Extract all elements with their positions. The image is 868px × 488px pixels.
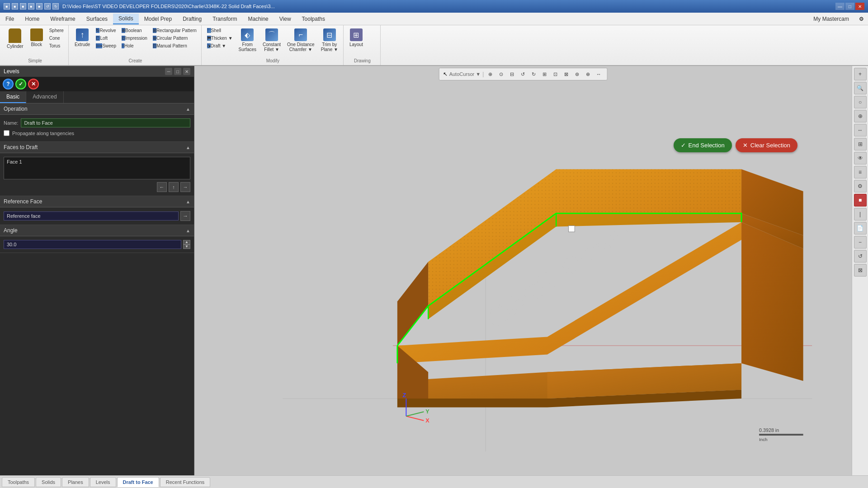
tab-toolpaths[interactable]: Toolpaths [2, 477, 35, 487]
name-input[interactable] [21, 118, 190, 127]
faces-icon-btn-3[interactable]: → [180, 182, 190, 192]
propagate-checkbox[interactable] [4, 130, 9, 136]
faces-section-header[interactable]: Faces to Draft ▲ [0, 142, 194, 153]
rectangular-pattern-button[interactable]: ⊞ Rectangular Pattern [151, 27, 198, 34]
angle-section-content: ▲ ▼ [0, 236, 194, 253]
sphere-button[interactable]: Sphere [47, 27, 66, 34]
block-button[interactable]: Block [28, 27, 46, 48]
rt-zoom-btn[interactable]: ○ [854, 96, 867, 108]
operation-section-header[interactable]: Operation ▲ [0, 103, 194, 115]
cancel-button[interactable]: ✕ [28, 79, 39, 89]
maximize-button[interactable]: □ [845, 3, 854, 10]
rt-plus-btn[interactable]: + [854, 68, 867, 80]
angle-up-button[interactable]: ▲ [183, 240, 190, 244]
rt-minus-btn[interactable]: − [854, 236, 867, 249]
rt-grid-btn[interactable]: ⊞ [854, 138, 867, 150]
rt-vert-line-btn[interactable]: | [854, 208, 867, 221]
shell-button[interactable]: ⬚ Shell [205, 27, 235, 34]
svg-rect-10 [759, 434, 803, 436]
menu-toolpaths[interactable]: Toolpaths [297, 14, 330, 24]
reference-face-section-header[interactable]: Reference Face ▲ [0, 196, 194, 207]
tab-recent-functions[interactable]: Recent Functions [160, 477, 211, 487]
scale-bar-group: 0.3928 in Inch [759, 427, 803, 442]
tab-basic[interactable]: Basic [0, 91, 26, 103]
right-face [741, 222, 803, 390]
menu-solids[interactable]: Solids [113, 14, 139, 24]
layout-button[interactable]: ⊞ Layout [347, 27, 365, 48]
menu-machine[interactable]: Machine [242, 14, 274, 24]
tab-draft-to-face[interactable]: Draft to Face [117, 477, 159, 487]
help-button[interactable]: ? [3, 79, 14, 89]
loft-button[interactable]: ⬡ Loft [94, 35, 118, 42]
rt-search-btn[interactable]: 🔍 [854, 82, 867, 94]
menu-home[interactable]: Home [19, 14, 45, 24]
from-surfaces-button[interactable]: ⬖ FromSurfaces [236, 27, 259, 53]
faces-icon-row: ← ↑ → [4, 182, 190, 192]
tab-levels[interactable]: Levels [90, 477, 116, 487]
angle-section-header[interactable]: Angle ▲ [0, 225, 194, 236]
panel-pin-button[interactable]: ─ [165, 68, 172, 75]
rt-layer-btn[interactable]: ≡ [854, 166, 867, 178]
tab-solids[interactable]: Solids [36, 477, 61, 487]
draft-button[interactable]: ⬗ Draft ▼ [205, 42, 235, 49]
faces-icon-btn-2[interactable]: ↑ [169, 182, 179, 192]
viewport[interactable]: mastercam ↖ AutoCursor ▼ | ⊕ ⊙ ⊟ ↺ ↻ ⊞ ⊡… [194, 66, 852, 475]
angle-input[interactable] [4, 240, 181, 249]
menu-drafting[interactable]: Drafting [177, 14, 207, 24]
menu-file[interactable]: File [0, 14, 19, 24]
cylinder-button[interactable]: Cylinder [5, 27, 26, 50]
extrude-button[interactable]: ↑ Extrude [72, 27, 92, 48]
menu-my-mastercam[interactable]: My Mastercam [808, 14, 854, 24]
one-distance-chamfer-button[interactable]: ⌐ One DistanceChamfer ▼ [285, 27, 317, 53]
trim-by-plane-button[interactable]: ⊟ Trim byPlane ▼ [319, 27, 340, 53]
sweep-button[interactable]: ⟿ Sweep [94, 42, 118, 49]
titlebar: ■ ■ ■ ■ ■ ↺ ↻ D:\Video Files\ST VIDEO DE… [0, 0, 868, 13]
revolve-button[interactable]: ↻ Revolve [94, 27, 118, 34]
panel-close-button[interactable]: ✕ [183, 68, 190, 75]
circular-pattern-button[interactable]: ⊛ Circular Pattern [151, 35, 198, 42]
settings-icon[interactable]: ⚙ [854, 16, 868, 22]
title-icon-6: ↺ [44, 3, 51, 9]
menu-surfaces[interactable]: Surfaces [81, 14, 113, 24]
angle-label: Angle [4, 227, 18, 234]
rt-tool-btn[interactable]: ⚙ [854, 180, 867, 192]
faces-label: Faces to Draft [4, 144, 38, 150]
tab-planes[interactable]: Planes [62, 477, 89, 487]
cone-button[interactable]: Cone [47, 35, 66, 42]
manual-pattern-button[interactable]: ⊡ Manual Pattern [151, 42, 198, 49]
constant-fillet-button[interactable]: ⌒ ConstantFillet ▼ [260, 27, 283, 53]
faces-icon-btn-1[interactable]: ← [157, 182, 167, 192]
menu-model-prep[interactable]: Model Prep [139, 14, 177, 24]
panel-controls: ─ □ ✕ [165, 68, 190, 75]
angle-row: ▲ ▼ [4, 240, 190, 249]
rt-rotate-btn[interactable]: ↺ [854, 250, 867, 263]
ribbon-group-create: ↑ Extrude ↻ Revolve ⬡ Loft ⟿ Sweep [70, 25, 202, 65]
rt-target-btn[interactable]: ⊕ [854, 110, 867, 122]
torus-button[interactable]: Torus [47, 42, 66, 49]
hole-button[interactable]: ○ Hole [120, 42, 149, 49]
thicken-button[interactable]: ⬒ Thicken ▼ [205, 35, 235, 42]
face-1-item: Face 1 [7, 159, 22, 164]
reference-face-chevron: ▲ [186, 199, 190, 204]
ok-button[interactable]: ✓ [15, 79, 26, 89]
impression-button[interactable]: ⊙ Impression [120, 35, 149, 42]
menu-view[interactable]: View [274, 14, 297, 24]
from-surfaces-icon: ⬖ [241, 28, 254, 41]
reference-face-btn[interactable]: → [180, 211, 190, 221]
reference-face-input[interactable] [4, 211, 179, 221]
menu-wireframe[interactable]: Wireframe [45, 14, 80, 24]
rt-select-btn[interactable]: ⊠ [854, 264, 867, 277]
rt-page-btn[interactable]: 📄 [854, 222, 867, 235]
rt-arrow-btn[interactable]: ↔ [854, 124, 867, 136]
tab-advanced[interactable]: Advanced [26, 91, 63, 103]
rt-eye-btn[interactable]: 👁 [854, 152, 867, 164]
boolean-button[interactable]: ⊕ Boolean [120, 27, 149, 34]
panel-float-button[interactable]: □ [174, 68, 181, 75]
rt-red-btn[interactable]: ■ [854, 194, 867, 206]
faces-chevron: ▲ [186, 145, 190, 150]
minimize-button[interactable]: — [835, 3, 844, 10]
torus-label: Torus [49, 43, 60, 48]
angle-down-button[interactable]: ▼ [183, 244, 190, 249]
close-button[interactable]: ✕ [855, 3, 864, 10]
menu-transform[interactable]: Transform [207, 14, 242, 24]
